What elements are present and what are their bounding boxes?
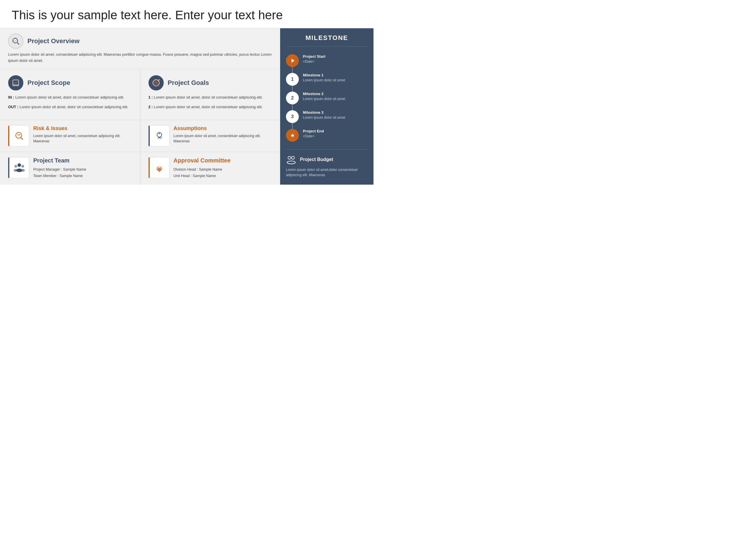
svg-point-24 xyxy=(21,169,25,171)
svg-point-13 xyxy=(18,134,18,135)
milestone-3-circle: 3 xyxy=(286,110,299,123)
milestone-1-circle: 1 xyxy=(286,73,299,86)
project-scope-section: Project Scope IN : Lorem ipsum dolor sit… xyxy=(0,70,140,120)
milestone-end-text: Project End <Date> xyxy=(303,129,324,139)
approval-member-1: Division Head : Sample Name xyxy=(174,166,231,173)
budget-text: Lorem ipsum dolor sit amet,dolor consect… xyxy=(286,167,368,178)
budget-section: Project Budget Lorem ipsum dolor sit ame… xyxy=(286,149,368,178)
project-goals-section: Project Goals 1 : Lorem ipsum dolor sit … xyxy=(140,70,280,120)
svg-point-23 xyxy=(21,165,24,167)
svg-text:📈: 📈 xyxy=(13,38,17,43)
project-overview-section: 📈 Project Overview Lorem ipsum dolor sit… xyxy=(0,28,280,70)
risk-section: Risk & Issues Lorem ipsum dolor sit amet… xyxy=(0,120,140,152)
approval-member-2: Unit Head : Sample Name xyxy=(174,173,231,179)
milestone-list: Project Start <Date> 1 Milestone 1 Lorem… xyxy=(286,51,368,145)
milestone-3-text: Milestone 3 Lorem ipsum dolor sit amet xyxy=(303,110,345,120)
svg-text:⚙: ⚙ xyxy=(160,137,162,139)
svg-point-21 xyxy=(14,165,17,167)
milestone-end-circle: ★ xyxy=(286,129,299,142)
team-title: Project Team xyxy=(33,157,86,164)
assumptions-content: Assumptions Lorem ipsum dolor sit amet, … xyxy=(174,126,272,144)
scope-in: IN : Lorem ipsum dolor sit amet, dolor s… xyxy=(8,95,132,100)
approval-icon-box xyxy=(149,157,170,178)
svg-point-22 xyxy=(14,169,18,171)
team-member-1: Project Manager : Sample Name xyxy=(33,166,86,173)
scope-icon xyxy=(8,75,23,90)
goal-2: 2 : Lorem ipsum dolor sit amet, dolor si… xyxy=(149,104,272,110)
risk-content: Risk & Issues Lorem ipsum dolor sit amet… xyxy=(33,126,132,144)
project-team-section: Project Team Project Manager : Sample Na… xyxy=(0,152,140,185)
svg-point-19 xyxy=(18,163,21,167)
risk-icon-box xyxy=(8,126,29,146)
risk-text: Lorem ipsum dolor sit amet, consectetuer… xyxy=(33,133,132,144)
svg-line-12 xyxy=(21,137,23,139)
milestone-2-text: Milestone 2 Lorem ipsum dolor sit amet xyxy=(303,91,345,102)
milestone-panel: MILESTONE Project Start <Date> 1 xyxy=(280,28,374,185)
approval-title: Approval Committee xyxy=(174,157,231,164)
team-icon-box xyxy=(8,157,29,178)
milestone-start: Project Start <Date> xyxy=(286,51,368,70)
scope-title: Project Scope xyxy=(27,79,70,87)
milestone-2-circle: 2 xyxy=(286,91,299,104)
svg-point-14 xyxy=(19,134,20,135)
svg-line-1 xyxy=(17,42,19,44)
milestone-2: 2 Milestone 2 Lorem ipsum dolor sit amet xyxy=(286,89,368,107)
team-member-2: Team Member : Sample Name xyxy=(33,173,86,179)
milestone-1: 1 Milestone 1 Lorem ipsum dolor sit amet xyxy=(286,70,368,89)
overview-icon: 📈 xyxy=(8,33,23,49)
svg-point-26 xyxy=(287,161,295,164)
scope-out: OUT : Lorem ipsum dolor sit amet, dolor … xyxy=(8,104,132,110)
approval-content: Approval Committee Division Head : Sampl… xyxy=(174,157,231,179)
svg-point-7 xyxy=(155,82,157,84)
goals-icon xyxy=(149,75,164,90)
milestone-1-text: Milestone 1 Lorem ipsum dolor sit amet xyxy=(303,73,345,83)
svg-point-25 xyxy=(288,156,291,159)
assumptions-title: Assumptions xyxy=(174,126,272,132)
assumptions-section: ⚙ Assumptions Lorem ipsum dolor sit amet… xyxy=(140,120,280,152)
team-content: Project Team Project Manager : Sample Na… xyxy=(33,157,86,179)
approval-section: Approval Committee Division Head : Sampl… xyxy=(140,152,280,185)
budget-icon xyxy=(286,154,297,165)
milestone-start-circle xyxy=(286,54,299,67)
milestone-end: ★ Project End <Date> xyxy=(286,126,368,145)
risk-title: Risk & Issues xyxy=(33,126,132,132)
assumptions-icon-box: ⚙ xyxy=(149,126,170,146)
svg-point-27 xyxy=(291,156,294,159)
overview-title: Project Overview xyxy=(27,37,80,45)
goals-title: Project Goals xyxy=(168,79,209,87)
milestone-3: 3 Milestone 3 Lorem ipsum dolor sit amet xyxy=(286,107,368,126)
svg-point-16 xyxy=(159,133,160,134)
goal-1: 1 : Lorem ipsum dolor sit amet, dolor si… xyxy=(149,95,272,100)
assumptions-text: Lorem ipsum dolor sit amet, consectetuer… xyxy=(174,133,272,144)
page-title: This is your sample text here. Enter you… xyxy=(0,0,374,28)
milestone-heading: MILESTONE xyxy=(286,34,368,47)
budget-title: Project Budget xyxy=(300,157,333,162)
milestone-start-text: Project Start <Date> xyxy=(303,54,325,64)
overview-body: Lorem ipsum dolor sit amet, consectetuer… xyxy=(8,52,272,64)
